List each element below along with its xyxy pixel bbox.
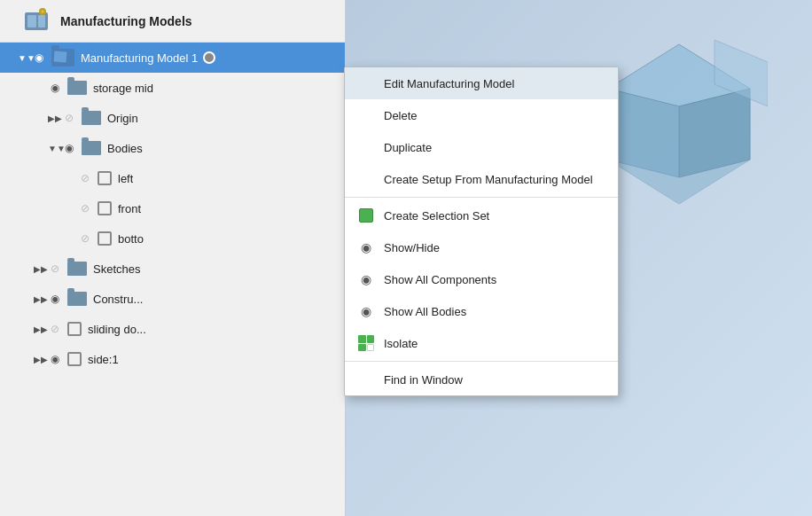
sliding-do-label: sliding do... xyxy=(88,323,146,336)
bodies-eye[interactable] xyxy=(60,142,78,154)
isolate-icon xyxy=(357,334,375,352)
tree-row-mfg-model-1[interactable]: ▼ Manufacturing Model 1 xyxy=(0,43,345,73)
context-menu-show-hide[interactable]: ◉ Show/Hide xyxy=(345,231,618,263)
tree-root-label: Manufacturing Models xyxy=(60,14,192,28)
find-in-window-icon xyxy=(357,371,375,388)
construction-icon xyxy=(67,292,87,306)
side1-label: side:1 xyxy=(88,353,119,366)
tree-row-side1[interactable]: ▶ side:1 xyxy=(0,344,345,374)
context-menu-create-selection-set[interactable]: Create Selection Set xyxy=(345,199,618,231)
storage-mid-arrow: ▶ xyxy=(34,83,46,93)
front-eye[interactable]: ⊘ xyxy=(76,202,94,215)
create-selection-set-label: Create Selection Set xyxy=(384,209,489,223)
origin-arrow: ▶ xyxy=(48,113,60,123)
sketches-label: Sketches xyxy=(93,262,140,276)
sketches-eye[interactable]: ⊘ xyxy=(46,262,64,275)
side1-arrow: ▶ xyxy=(34,355,46,364)
tree-row-left[interactable]: ▶ ⊘ left xyxy=(0,163,345,193)
sliding-do-icon xyxy=(67,322,82,336)
tree-row-sketches[interactable]: ▶ ⊘ Sketches xyxy=(0,254,345,284)
context-menu-show-all-bodies[interactable]: ◉ Show All Bodies xyxy=(345,295,618,327)
duplicate-icon xyxy=(357,138,375,156)
sliding-do-arrow: ▶ xyxy=(34,324,46,334)
show-hide-label: Show/Hide xyxy=(384,241,440,254)
context-menu-show-all-components[interactable]: ◉ Show All Components xyxy=(345,263,618,295)
find-in-window-label: Find in Window xyxy=(384,373,463,387)
mfg-model-1-arrow: ▼ xyxy=(18,53,30,63)
svg-rect-6 xyxy=(27,15,36,27)
sketches-arrow: ▶ xyxy=(34,264,46,274)
context-menu-edit-mfg-model[interactable]: Edit Manufacturing Model xyxy=(345,67,618,99)
create-setup-icon xyxy=(357,170,375,188)
separator-1 xyxy=(345,197,618,198)
sliding-do-eye[interactable]: ⊘ xyxy=(46,323,64,335)
botto-arrow: ▶ xyxy=(64,234,76,244)
tree-root-row[interactable]: Manufacturing Models xyxy=(0,0,345,43)
sketches-icon xyxy=(67,262,87,276)
mfg-model-1-icon xyxy=(51,49,74,66)
left-icon xyxy=(98,171,112,185)
side1-icon xyxy=(67,352,82,366)
storage-mid-eye[interactable] xyxy=(46,82,64,94)
side1-eye[interactable] xyxy=(46,353,64,365)
context-menu: Edit Manufacturing Model Delete Duplicat… xyxy=(344,66,619,396)
mfg-model-1-eye[interactable] xyxy=(30,51,48,64)
show-all-components-label: Show All Components xyxy=(384,273,496,286)
create-setup-label: Create Setup From Manufacturing Model xyxy=(384,173,593,186)
tree-row-storage-mid[interactable]: ▶ storage mid xyxy=(0,73,345,103)
storage-mid-icon xyxy=(67,81,87,95)
context-menu-find-in-window[interactable]: Find in Window xyxy=(345,364,618,395)
mfg-model-1-label: Manufacturing Model 1 xyxy=(81,51,198,65)
bodies-icon xyxy=(82,141,101,155)
context-menu-isolate[interactable]: Isolate xyxy=(345,327,618,359)
bodies-label: Bodies xyxy=(107,142,143,155)
show-hide-icon: ◉ xyxy=(357,238,375,256)
edit-mfg-model-label: Edit Manufacturing Model xyxy=(384,77,514,90)
botto-icon xyxy=(98,231,112,246)
context-menu-duplicate[interactable]: Duplicate xyxy=(345,131,618,163)
origin-eye[interactable]: ⊘ xyxy=(60,112,78,124)
show-all-bodies-label: Show All Bodies xyxy=(384,305,466,318)
tree-row-botto[interactable]: ▶ ⊘ botto xyxy=(0,223,345,254)
left-label: left xyxy=(118,172,133,185)
front-arrow: ▶ xyxy=(64,204,76,214)
front-label: front xyxy=(118,202,141,215)
origin-label: Origin xyxy=(107,112,138,125)
left-eye[interactable]: ⊘ xyxy=(76,172,94,184)
tree-row-bodies[interactable]: ▼ Bodies xyxy=(0,133,345,163)
svg-rect-7 xyxy=(38,15,45,27)
construction-arrow: ▶ xyxy=(34,294,46,304)
origin-icon xyxy=(82,111,101,125)
delete-label: Delete xyxy=(384,109,418,122)
show-all-bodies-icon: ◉ xyxy=(357,302,375,320)
delete-icon xyxy=(357,106,375,124)
tree-row-sliding-do[interactable]: ▶ ⊘ sliding do... xyxy=(0,314,345,344)
edit-mfg-model-icon xyxy=(357,74,375,92)
botto-eye[interactable]: ⊘ xyxy=(76,232,94,245)
separator-2 xyxy=(345,361,618,362)
tree-row-origin[interactable]: ▶ ⊘ Origin xyxy=(0,103,345,133)
mfg-model-1-badge xyxy=(203,51,215,64)
construction-label: Constru... xyxy=(93,293,143,306)
context-menu-create-setup[interactable]: Create Setup From Manufacturing Model xyxy=(345,163,618,195)
tree-panel: Manufacturing Models ▼ Manufacturing Mod… xyxy=(0,0,346,516)
duplicate-label: Duplicate xyxy=(384,141,432,154)
context-menu-delete[interactable]: Delete xyxy=(345,99,618,131)
tree-row-construction[interactable]: ▶ Constru... xyxy=(0,284,345,314)
construction-eye[interactable] xyxy=(46,293,64,305)
manufacturing-models-icon xyxy=(23,8,50,35)
show-all-components-icon: ◉ xyxy=(357,270,375,288)
front-icon xyxy=(98,201,112,215)
botto-label: botto xyxy=(118,232,144,246)
left-arrow: ▶ xyxy=(64,174,76,184)
tree-row-front[interactable]: ▶ ⊘ front xyxy=(0,193,345,223)
create-selection-set-icon xyxy=(357,207,375,224)
isolate-label: Isolate xyxy=(384,337,418,350)
bodies-arrow: ▼ xyxy=(48,144,60,153)
storage-mid-label: storage mid xyxy=(93,82,153,95)
